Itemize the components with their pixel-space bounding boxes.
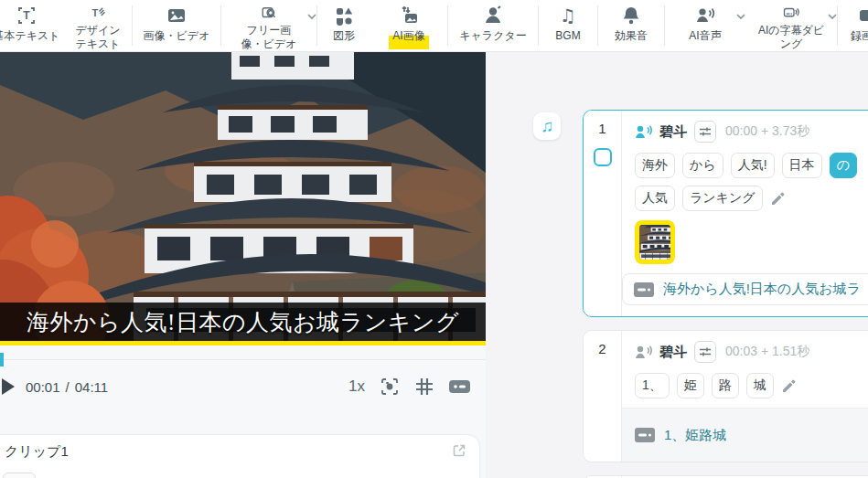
speaker-name: 碧斗: [659, 344, 687, 361]
toolbar-label-highlighted: AI画像: [389, 29, 428, 49]
music-note-icon: ♫: [541, 116, 553, 136]
time-separator: /: [66, 379, 70, 395]
toolbar: T 基本テキスト T デザインテキスト 画像・ビデオ: [0, 0, 868, 52]
script-row-2[interactable]: 2 碧斗: [583, 330, 868, 462]
script-rows: 1 碧斗: [583, 110, 868, 478]
edit-words-icon[interactable]: [781, 378, 797, 394]
free-image-video-icon: [258, 5, 280, 21]
record-icon: [856, 5, 868, 27]
row-number: 1: [598, 121, 605, 136]
clip-panel: クリップ1: [0, 434, 480, 478]
image-video-icon: [166, 5, 188, 27]
clip-title: クリップ1: [5, 443, 69, 461]
toolbar-item-shapes[interactable]: 図形: [317, 0, 370, 51]
sliders-icon: [699, 345, 712, 358]
caption-row[interactable]: 海外から人気!日本の人気お城ラ: [622, 273, 868, 305]
subtitle-overlay: 海外から人気!日本の人気お城ランキング: [0, 303, 486, 341]
subtitle-cc-icon: [635, 428, 655, 442]
toolbar-item-basic-text[interactable]: T 基本テキスト: [0, 0, 64, 51]
castle-video-frame: [0, 52, 486, 345]
word-chip[interactable]: 路: [712, 373, 739, 398]
toolbar-item-record[interactable]: 録画・: [838, 0, 868, 51]
row-timing: 00:03 + 1.51秒: [725, 344, 809, 360]
row-gutter: 2: [584, 331, 622, 462]
bgm-track-button[interactable]: ♫: [533, 112, 561, 140]
speaker-voice-icon: [635, 124, 652, 140]
edit-words-icon[interactable]: [770, 191, 786, 207]
speaker-row: 碧斗 00:03 + 1.51秒: [635, 340, 868, 364]
row-checkbox[interactable]: [594, 148, 612, 166]
inserted-image-thumbnail-highlighted[interactable]: [635, 220, 675, 264]
svg-text:T: T: [23, 9, 30, 22]
seek-playhead[interactable]: [0, 353, 4, 366]
subtitle-cc-icon: [634, 282, 654, 297]
sfx-bell-icon: [620, 5, 642, 27]
word-chip[interactable]: 人気!: [731, 153, 775, 178]
play-button[interactable]: [2, 378, 15, 395]
word-chip[interactable]: 日本: [782, 153, 822, 178]
speaker-row: 碧斗 00:00 + 3.73秒: [635, 120, 868, 143]
word-chips: 1、 姫 路 城: [635, 373, 868, 398]
chevron-down-icon[interactable]: [827, 13, 838, 20]
open-external-icon[interactable]: [452, 443, 466, 458]
script-panel: ♫ 1: [486, 52, 868, 478]
ai-dub-icon: [780, 5, 802, 21]
toolbar-item-sfx[interactable]: 効果音: [598, 0, 664, 51]
toolbar-item-ai-image[interactable]: AI画像: [370, 0, 447, 51]
word-chips: 海外 から 人気! 日本 の 人気 ランキング: [635, 153, 868, 211]
toolbar-label: BGM: [555, 29, 580, 43]
toolbar-item-bgm[interactable]: ♫ BGM: [539, 0, 597, 51]
toolbar-label: デザインテキスト: [74, 24, 122, 51]
toolbar-label: 録画・: [851, 29, 868, 43]
chevron-down-icon[interactable]: [306, 13, 317, 20]
toolbar-item-ai-voice[interactable]: AI音声: [665, 0, 745, 51]
castle-thumbnail: [639, 225, 670, 260]
toolbar-item-image-video[interactable]: 画像・ビデオ: [133, 0, 220, 51]
caption-row[interactable]: 1、姫路城: [622, 408, 868, 462]
playback-speed-button[interactable]: 1x: [348, 377, 365, 396]
row-timing: 00:00 + 3.73秒: [725, 123, 809, 140]
text-basic-icon: T: [16, 5, 38, 27]
voice-settings-button[interactable]: [694, 341, 716, 363]
toolbar-label: キャラクター: [459, 29, 526, 43]
seek-bar[interactable]: [0, 359, 486, 360]
toolbar-label: 効果音: [615, 29, 648, 43]
toolbar-item-free-image-video[interactable]: フリー画像・ビデオ: [221, 0, 316, 51]
screenshot-icon[interactable]: [379, 376, 401, 398]
word-chip[interactable]: 姫: [677, 373, 704, 398]
text-design-icon: T: [87, 5, 109, 21]
word-chip[interactable]: 城: [746, 373, 774, 398]
character-icon: [482, 5, 504, 27]
ai-voice-icon: [694, 5, 716, 27]
video-preview[interactable]: 海外から人気!日本の人気お城ランキング: [0, 52, 486, 345]
aspect-letterbox-icon[interactable]: [448, 378, 471, 395]
subtitle-underline: [0, 341, 486, 345]
toolbar-label: 基本テキスト: [0, 29, 60, 43]
word-chip[interactable]: ランキング: [682, 186, 763, 211]
subtitle-text: 海外から人気!日本の人気お城ランキング: [27, 307, 459, 337]
word-chip[interactable]: 人気: [635, 186, 675, 211]
word-chip[interactable]: 海外: [635, 153, 675, 178]
voice-settings-button[interactable]: [694, 121, 716, 143]
toolbar-item-character[interactable]: キャラクター: [448, 0, 538, 51]
word-chip[interactable]: 1、: [635, 373, 670, 398]
toolbar-label: AI音声: [689, 29, 721, 43]
word-chip[interactable]: から: [682, 153, 723, 178]
speaker-name: 碧斗: [659, 123, 687, 141]
grid-icon[interactable]: [414, 377, 434, 397]
toolbar-item-ai-dub[interactable]: AIの字幕ダビング: [745, 0, 837, 51]
svg-text:♫: ♫: [560, 5, 576, 27]
row-gutter: 1: [584, 111, 622, 316]
current-time: 00:01: [26, 379, 60, 395]
svg-text:T: T: [92, 7, 99, 18]
toolbar-item-design-text[interactable]: T デザインテキスト: [64, 0, 132, 51]
caption-text: 1、姫路城: [664, 427, 726, 444]
total-duration: 04:11: [75, 379, 108, 395]
shapes-icon: [333, 5, 355, 27]
word-chip-selected[interactable]: の: [830, 153, 857, 178]
player-controls: 00:01 / 04:11 1x: [9, 368, 471, 405]
caption-text: 海外から人気!日本の人気お城ラ: [663, 281, 861, 298]
script-row-1[interactable]: 1 碧斗: [583, 110, 868, 317]
clip-thumbnail-placeholder[interactable]: [3, 473, 36, 478]
speaker-voice-icon: [635, 345, 652, 360]
